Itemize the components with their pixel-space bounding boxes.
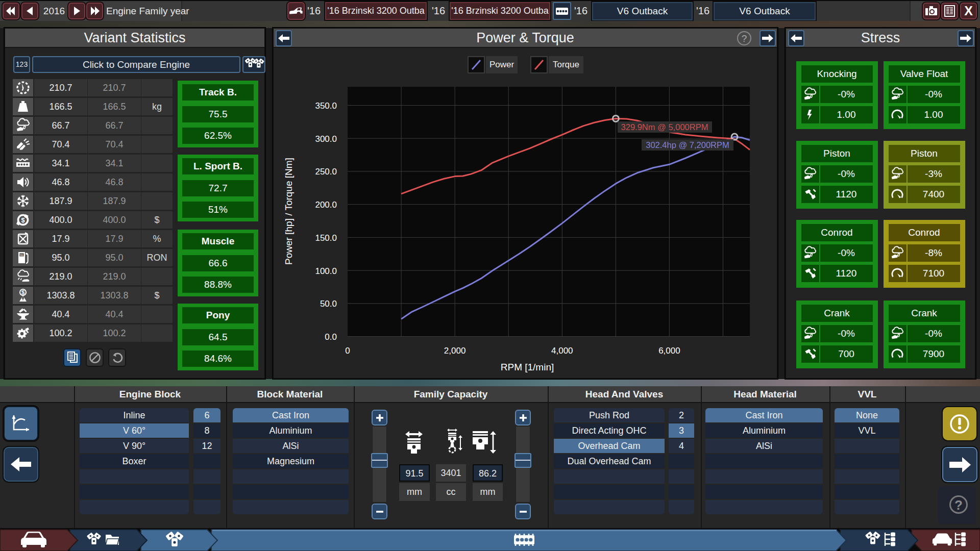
- svg-text:6,000: 6,000: [658, 346, 680, 356]
- svg-text:200.0: 200.0: [315, 200, 337, 210]
- svg-text:$: $: [21, 216, 25, 224]
- svg-text:350.0: 350.0: [315, 101, 337, 111]
- svg-text:$: $: [21, 289, 24, 295]
- svg-text:91: 91: [20, 254, 23, 257]
- svg-text:0: 0: [345, 346, 350, 356]
- svg-text:329.9Nm @ 5,000RPM: 329.9Nm @ 5,000RPM: [621, 122, 708, 132]
- svg-text:100.0: 100.0: [315, 266, 337, 276]
- svg-text:Power [hp] / Torque [Nm]: Power [hp] / Torque [Nm]: [283, 158, 294, 265]
- svg-text:2,000: 2,000: [444, 346, 466, 356]
- svg-text:50.0: 50.0: [320, 299, 337, 309]
- svg-text:302.4hp @ 7,200RPM: 302.4hp @ 7,200RPM: [646, 140, 729, 149]
- svg-text:4,000: 4,000: [551, 346, 573, 356]
- svg-text:250.0: 250.0: [315, 167, 337, 177]
- svg-text:RPM [1/min]: RPM [1/min]: [501, 362, 554, 372]
- svg-text:300.0: 300.0: [315, 134, 337, 144]
- svg-text:150.0: 150.0: [315, 233, 337, 243]
- svg-text:0.0: 0.0: [325, 332, 337, 342]
